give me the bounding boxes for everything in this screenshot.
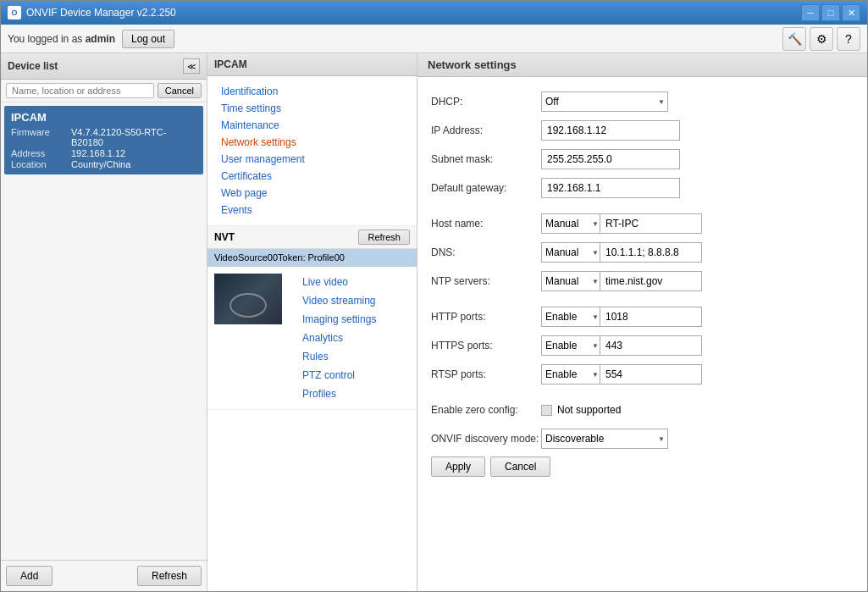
https-row: HTTPS ports: Enable Disable — [431, 335, 854, 357]
nvt-refresh-button[interactable]: Refresh — [358, 230, 410, 245]
settings-content: DHCP: Off On IP Address: Subnet mask: — [417, 77, 867, 490]
rtsp-mode-select[interactable]: Enable Disable — [541, 364, 600, 385]
http-label: HTTP ports: — [431, 311, 541, 323]
cancel-settings-button[interactable]: Cancel — [490, 456, 550, 477]
settings-icon[interactable]: ⚙ — [810, 27, 833, 51]
right-panel: Network settings DHCP: Off On IP Address… — [417, 53, 867, 591]
discovery-label: ONVIF discovery mode: — [431, 433, 541, 445]
top-bar: You logged in as admin Log out 🔨 ⚙ ? — [1, 25, 867, 53]
ntp-mode-wrapper: Manual Auto — [541, 271, 600, 291]
close-button[interactable]: ✕ — [842, 4, 860, 21]
subnet-input[interactable] — [541, 149, 680, 169]
https-mode-wrapper: Enable Disable — [541, 335, 600, 356]
dns-label: DNS: — [431, 246, 541, 258]
menu-user-management[interactable]: User management — [207, 151, 417, 168]
refresh-devices-button[interactable]: Refresh — [137, 566, 202, 586]
hostname-mode-select[interactable]: Manual Auto — [541, 213, 600, 234]
app-icon: O — [8, 6, 21, 19]
zero-config-checkbox — [541, 405, 552, 416]
dns-inputs: Manual Auto — [541, 242, 702, 263]
link-analytics[interactable]: Analytics — [289, 329, 390, 346]
device-info: Firmware V4.7.4.2120-S50-RTC-B20180 Addr… — [11, 127, 196, 169]
gateway-input[interactable] — [541, 178, 680, 198]
menu-network-settings[interactable]: Network settings — [207, 134, 417, 151]
dhcp-label: DHCP: — [431, 96, 541, 108]
search-cancel-button[interactable]: Cancel — [158, 83, 202, 98]
collapse-button[interactable]: ≪ — [183, 58, 200, 74]
dhcp-row: DHCP: Off On — [431, 91, 854, 113]
menu-identification[interactable]: Identification — [207, 83, 417, 100]
zero-config-value: Not supported — [557, 404, 621, 416]
dns-mode-select[interactable]: Manual Auto — [541, 242, 600, 263]
zero-config-label: Enable zero config: — [431, 404, 541, 416]
rtsp-mode-wrapper: Enable Disable — [541, 364, 600, 385]
https-port-input[interactable] — [600, 335, 702, 356]
link-imaging-settings[interactable]: Imaging settings — [289, 311, 390, 328]
link-rules[interactable]: Rules — [289, 348, 390, 365]
address-value: 192.168.1.12 — [71, 148, 196, 158]
maximize-button[interactable]: □ — [821, 4, 840, 21]
ntp-inputs: Manual Auto — [541, 271, 702, 291]
tools-icon[interactable]: 🔨 — [782, 27, 806, 51]
http-mode-select[interactable]: Enable Disable — [541, 307, 600, 327]
hostname-input[interactable] — [600, 213, 702, 234]
http-port-input[interactable] — [600, 307, 702, 327]
search-input[interactable] — [6, 83, 154, 98]
http-inputs: Enable Disable — [541, 307, 702, 327]
subnet-label: Subnet mask: — [431, 153, 541, 165]
network-settings-header: Network settings — [417, 53, 867, 77]
camera-title: IPCAM — [214, 58, 247, 70]
link-ptz-control[interactable]: PTZ control — [289, 367, 390, 384]
ip-row: IP Address: — [431, 119, 854, 141]
toolbar-icons: 🔨 ⚙ ? — [782, 27, 860, 51]
link-live-video[interactable]: Live video — [289, 274, 390, 290]
minimize-button[interactable]: ─ — [801, 4, 820, 21]
profile-item[interactable]: VideoSource00Token: Profile00 — [207, 249, 417, 267]
discovery-row: ONVIF discovery mode: Discoverable Non-D… — [431, 428, 854, 450]
gateway-label: Default gateway: — [431, 182, 541, 194]
rtsp-label: RTSP ports: — [431, 368, 541, 380]
ip-label: IP Address: — [431, 124, 541, 136]
hostname-row: Host name: Manual Auto — [431, 213, 854, 235]
dns-input[interactable] — [600, 242, 702, 263]
camera-thumbnail — [214, 274, 282, 324]
camera-thumb-inner — [214, 274, 282, 324]
username: admin — [86, 33, 115, 45]
menu-events[interactable]: Events — [207, 202, 417, 219]
rtsp-inputs: Enable Disable — [541, 364, 702, 385]
window-controls: ─ □ ✕ — [801, 4, 860, 21]
location-label: Location — [11, 159, 70, 169]
link-video-streaming[interactable]: Video streaming — [289, 292, 390, 309]
hostname-mode-wrapper: Manual Auto — [541, 213, 600, 234]
device-panel: Device list ≪ Cancel IPCAM Firmware V4.7… — [1, 53, 207, 591]
firmware-value: V4.7.4.2120-S50-RTC-B20180 — [71, 127, 196, 147]
firmware-label: Firmware — [11, 127, 70, 147]
device-panel-header: Device list ≪ — [1, 53, 207, 80]
menu-maintenance[interactable]: Maintenance — [207, 117, 417, 134]
help-icon[interactable]: ? — [837, 27, 860, 51]
add-device-button[interactable]: Add — [6, 566, 53, 586]
ip-input[interactable] — [541, 120, 680, 141]
menu-time-settings[interactable]: Time settings — [207, 100, 417, 117]
zero-config-row: Enable zero config: Not supported — [431, 399, 854, 421]
ntp-input[interactable] — [600, 271, 702, 291]
apply-button[interactable]: Apply — [431, 456, 485, 477]
logout-button[interactable]: Log out — [122, 30, 174, 48]
action-row: Apply Cancel — [431, 456, 854, 477]
dhcp-select[interactable]: Off On — [541, 91, 668, 112]
rtsp-port-input[interactable] — [600, 364, 702, 385]
mid-panel-header: IPCAM — [207, 53, 417, 76]
ntp-label: NTP servers: — [431, 275, 541, 287]
discovery-select[interactable]: Discoverable Non-Discoverable — [541, 429, 668, 449]
link-profiles[interactable]: Profiles — [289, 385, 390, 402]
https-mode-select[interactable]: Enable Disable — [541, 335, 600, 356]
device-item-ipcam[interactable]: IPCAM Firmware V4.7.4.2120-S50-RTC-B2018… — [4, 106, 203, 174]
main-area: Device list ≪ Cancel IPCAM Firmware V4.7… — [1, 53, 867, 591]
http-mode-wrapper: Enable Disable — [541, 307, 600, 327]
nvt-title: NVT — [214, 231, 235, 243]
menu-certificates[interactable]: Certificates — [207, 168, 417, 185]
location-value: Country/China — [71, 159, 196, 169]
app-title: ONVIF Device Manager v2.2.250 — [26, 7, 801, 19]
menu-web-page[interactable]: Web page — [207, 185, 417, 202]
ntp-mode-select[interactable]: Manual Auto — [541, 271, 600, 291]
